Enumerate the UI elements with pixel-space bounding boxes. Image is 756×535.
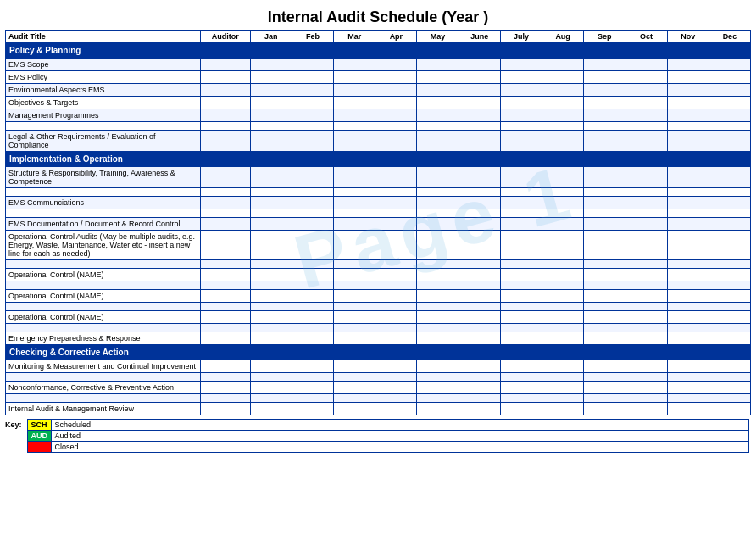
month-cell-aug[interactable] xyxy=(542,109,584,122)
month-cell-july[interactable] xyxy=(500,59,542,71)
month-cell-july[interactable] xyxy=(500,403,542,415)
month-cell-nov[interactable] xyxy=(667,167,709,188)
month-cell-mar[interactable] xyxy=(334,311,375,324)
month-cell-aug[interactable] xyxy=(542,403,584,415)
month-cell-june[interactable] xyxy=(459,403,500,415)
month-cell-nov[interactable] xyxy=(667,311,709,324)
month-cell-june[interactable] xyxy=(459,131,500,152)
month-cell-apr[interactable] xyxy=(375,360,417,373)
month-cell-nov[interactable] xyxy=(667,403,709,415)
row-auditor[interactable] xyxy=(200,167,250,188)
month-cell-aug[interactable] xyxy=(542,71,584,84)
month-cell-june[interactable] xyxy=(459,109,500,122)
month-cell-jan[interactable] xyxy=(250,311,292,324)
month-cell-apr[interactable] xyxy=(375,403,417,415)
month-cell-jan[interactable] xyxy=(250,218,292,231)
month-cell-mar[interactable] xyxy=(334,197,375,209)
month-cell-june[interactable] xyxy=(459,71,500,84)
row-auditor[interactable] xyxy=(200,97,250,109)
month-cell-mar[interactable] xyxy=(334,131,375,152)
month-cell-may[interactable] xyxy=(417,403,459,415)
month-cell-june[interactable] xyxy=(459,231,500,260)
month-cell-apr[interactable] xyxy=(375,269,417,281)
month-cell-may[interactable] xyxy=(417,218,459,231)
month-cell-sep[interactable] xyxy=(584,311,625,324)
month-cell-may[interactable] xyxy=(417,59,459,71)
month-cell-feb[interactable] xyxy=(292,231,333,260)
month-cell-apr[interactable] xyxy=(375,218,417,231)
month-cell-dec[interactable] xyxy=(709,197,750,209)
month-cell-mar[interactable] xyxy=(334,403,375,415)
month-cell-aug[interactable] xyxy=(542,197,584,209)
month-cell-sep[interactable] xyxy=(584,382,625,394)
month-cell-feb[interactable] xyxy=(292,218,333,231)
month-cell-nov[interactable] xyxy=(667,109,709,122)
month-cell-july[interactable] xyxy=(500,97,542,109)
month-cell-dec[interactable] xyxy=(709,218,750,231)
month-cell-apr[interactable] xyxy=(375,131,417,152)
month-cell-nov[interactable] xyxy=(667,269,709,281)
month-cell-nov[interactable] xyxy=(667,197,709,209)
month-cell-aug[interactable] xyxy=(542,311,584,324)
month-cell-dec[interactable] xyxy=(709,311,750,324)
month-cell-may[interactable] xyxy=(417,269,459,281)
month-cell-sep[interactable] xyxy=(584,403,625,415)
month-cell-dec[interactable] xyxy=(709,97,750,109)
month-cell-jan[interactable] xyxy=(250,290,292,303)
month-cell-sep[interactable] xyxy=(584,218,625,231)
month-cell-jan[interactable] xyxy=(250,403,292,415)
month-cell-feb[interactable] xyxy=(292,269,333,281)
month-cell-aug[interactable] xyxy=(542,360,584,373)
month-cell-may[interactable] xyxy=(417,71,459,84)
month-cell-nov[interactable] xyxy=(667,231,709,260)
row-auditor[interactable] xyxy=(200,197,250,209)
month-cell-oct[interactable] xyxy=(625,167,667,188)
month-cell-dec[interactable] xyxy=(709,59,750,71)
month-cell-mar[interactable] xyxy=(334,269,375,281)
month-cell-feb[interactable] xyxy=(292,71,333,84)
month-cell-may[interactable] xyxy=(417,332,459,345)
month-cell-july[interactable] xyxy=(500,167,542,188)
month-cell-apr[interactable] xyxy=(375,311,417,324)
month-cell-july[interactable] xyxy=(500,84,542,97)
month-cell-nov[interactable] xyxy=(667,382,709,394)
row-auditor[interactable] xyxy=(200,290,250,303)
month-cell-oct[interactable] xyxy=(625,311,667,324)
month-cell-jan[interactable] xyxy=(250,167,292,188)
month-cell-july[interactable] xyxy=(500,218,542,231)
month-cell-july[interactable] xyxy=(500,360,542,373)
row-auditor[interactable] xyxy=(200,360,250,373)
month-cell-apr[interactable] xyxy=(375,84,417,97)
month-cell-feb[interactable] xyxy=(292,131,333,152)
month-cell-oct[interactable] xyxy=(625,360,667,373)
month-cell-jan[interactable] xyxy=(250,382,292,394)
month-cell-may[interactable] xyxy=(417,84,459,97)
month-cell-may[interactable] xyxy=(417,197,459,209)
month-cell-jan[interactable] xyxy=(250,71,292,84)
month-cell-oct[interactable] xyxy=(625,59,667,71)
row-auditor[interactable] xyxy=(200,382,250,394)
month-cell-jan[interactable] xyxy=(250,97,292,109)
month-cell-aug[interactable] xyxy=(542,218,584,231)
month-cell-july[interactable] xyxy=(500,71,542,84)
row-auditor[interactable] xyxy=(200,311,250,324)
month-cell-sep[interactable] xyxy=(584,269,625,281)
month-cell-june[interactable] xyxy=(459,290,500,303)
month-cell-june[interactable] xyxy=(459,84,500,97)
month-cell-jan[interactable] xyxy=(250,360,292,373)
month-cell-feb[interactable] xyxy=(292,84,333,97)
month-cell-oct[interactable] xyxy=(625,131,667,152)
month-cell-sep[interactable] xyxy=(584,332,625,345)
month-cell-aug[interactable] xyxy=(542,131,584,152)
month-cell-mar[interactable] xyxy=(334,231,375,260)
month-cell-may[interactable] xyxy=(417,167,459,188)
month-cell-june[interactable] xyxy=(459,332,500,345)
month-cell-july[interactable] xyxy=(500,382,542,394)
month-cell-nov[interactable] xyxy=(667,97,709,109)
month-cell-jan[interactable] xyxy=(250,109,292,122)
month-cell-oct[interactable] xyxy=(625,403,667,415)
month-cell-sep[interactable] xyxy=(584,290,625,303)
month-cell-may[interactable] xyxy=(417,97,459,109)
month-cell-jan[interactable] xyxy=(250,231,292,260)
month-cell-mar[interactable] xyxy=(334,218,375,231)
